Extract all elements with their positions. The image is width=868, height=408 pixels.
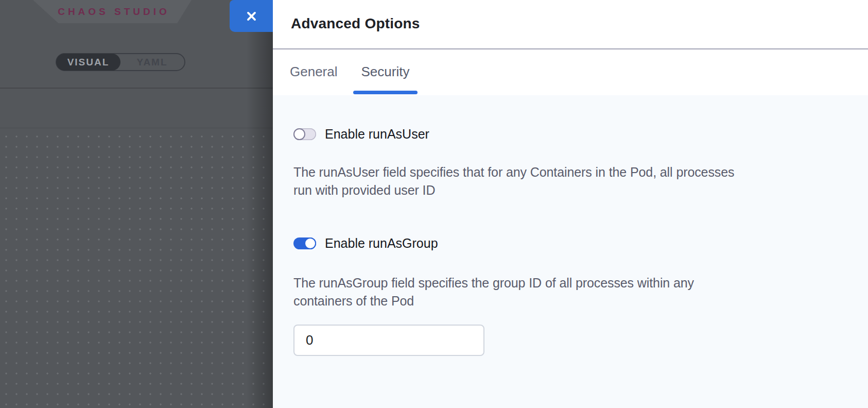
run-as-user-description: The runAsUser field specifies that for a… — [293, 163, 847, 199]
yaml-mode-tab[interactable]: YAML — [120, 54, 184, 70]
run-as-group-label: Enable runAsGroup — [325, 236, 438, 251]
toggle-knob — [293, 128, 305, 140]
run-as-user-row: Enable runAsUser — [293, 127, 847, 142]
toggle-knob — [304, 237, 316, 249]
chaos-studio-banner-label: CHAOS STUDIO — [55, 6, 170, 18]
chaos-studio-banner: CHAOS STUDIO — [33, 0, 192, 23]
description-line: run with provided user ID — [293, 181, 847, 199]
security-tab-panel: Enable runAsUser The runAsUser field spe… — [273, 95, 868, 408]
run-as-group-value-input[interactable] — [293, 325, 484, 356]
tab-security[interactable]: Security — [353, 49, 418, 94]
active-tab-indicator — [353, 91, 418, 94]
run-as-group-toggle[interactable] — [293, 237, 316, 249]
advanced-options-drawer: Advanced Options General Security Enable… — [273, 0, 868, 408]
drawer-tabs: General Security — [273, 49, 868, 94]
run-as-user-toggle[interactable] — [293, 128, 316, 140]
run-as-group-row: Enable runAsGroup — [293, 236, 847, 251]
description-line: The runAsGroup field specifies the group… — [293, 274, 847, 292]
workflow-dot-grid-canvas — [0, 128, 273, 408]
tab-general-label: General — [290, 64, 338, 80]
drawer-close-button[interactable] — [230, 0, 273, 32]
tab-security-label: Security — [361, 64, 410, 80]
tab-general[interactable]: General — [282, 49, 346, 94]
drawer-header: Advanced Options — [273, 0, 868, 49]
description-line: The runAsUser field specifies that for a… — [293, 163, 847, 181]
drawer-title: Advanced Options — [291, 15, 420, 32]
toolbar-divider — [0, 88, 273, 89]
visual-mode-tab[interactable]: VISUAL — [56, 54, 120, 71]
close-icon — [245, 9, 258, 23]
description-line: containers of the Pod — [293, 292, 847, 310]
visual-yaml-switcher: VISUAL YAML — [56, 53, 185, 71]
run-as-user-label: Enable runAsUser — [325, 127, 429, 142]
canvas-backdrop: CHAOS STUDIO VISUAL YAML — [0, 0, 273, 408]
run-as-group-description: The runAsGroup field specifies the group… — [293, 274, 847, 310]
